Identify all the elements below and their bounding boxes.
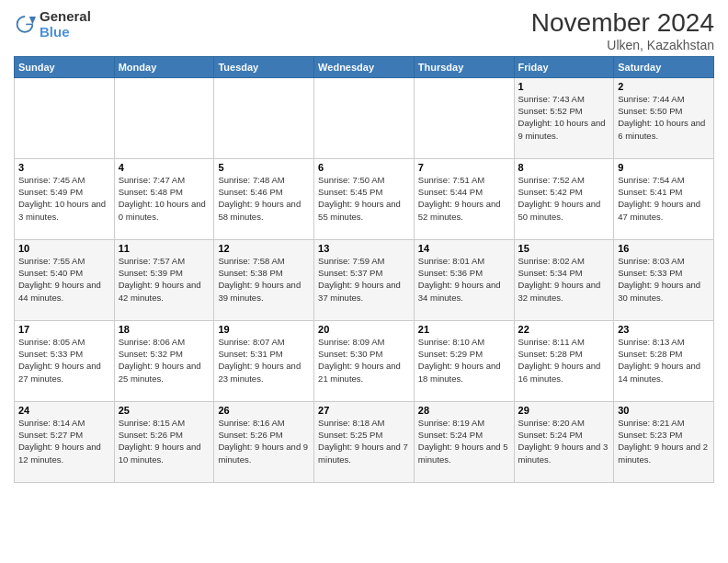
day-info: Sunrise: 7:52 AMSunset: 5:42 PMDaylight:… xyxy=(518,175,601,222)
day-info: Sunrise: 8:09 AMSunset: 5:30 PMDaylight:… xyxy=(318,337,401,384)
day-number: 9 xyxy=(618,162,710,173)
logo: General Blue xyxy=(14,9,91,40)
day-number: 12 xyxy=(218,243,310,254)
day-number: 17 xyxy=(18,324,110,335)
day-info: Sunrise: 8:05 AMSunset: 5:33 PMDaylight:… xyxy=(18,337,101,384)
calendar-cell: 16 Sunrise: 8:03 AMSunset: 5:33 PMDaylig… xyxy=(614,239,714,320)
calendar-cell: 21 Sunrise: 8:10 AMSunset: 5:29 PMDaylig… xyxy=(414,320,514,401)
calendar-cell: 10 Sunrise: 7:55 AMSunset: 5:40 PMDaylig… xyxy=(15,239,115,320)
page-container: General Blue November 2024 Ulken, Kazakh… xyxy=(0,0,728,488)
calendar-cell: 12 Sunrise: 7:58 AMSunset: 5:38 PMDaylig… xyxy=(214,239,314,320)
day-info: Sunrise: 7:43 AMSunset: 5:52 PMDaylight:… xyxy=(518,94,606,141)
logo-blue: Blue xyxy=(40,25,91,40)
col-thursday: Thursday xyxy=(414,56,514,77)
day-info: Sunrise: 8:06 AMSunset: 5:32 PMDaylight:… xyxy=(119,337,201,384)
day-number: 5 xyxy=(218,162,310,173)
calendar-cell xyxy=(114,77,214,158)
day-number: 16 xyxy=(618,243,710,254)
calendar-cell: 29 Sunrise: 8:20 AMSunset: 5:24 PMDaylig… xyxy=(514,401,614,482)
calendar-cell xyxy=(414,77,514,158)
day-number: 25 xyxy=(119,405,210,416)
day-info: Sunrise: 7:45 AMSunset: 5:49 PMDaylight:… xyxy=(18,175,106,222)
day-number: 20 xyxy=(318,324,410,335)
calendar-week-5: 24 Sunrise: 8:14 AMSunset: 5:27 PMDaylig… xyxy=(15,401,714,482)
day-info: Sunrise: 8:02 AMSunset: 5:34 PMDaylight:… xyxy=(518,256,601,303)
calendar-cell: 9 Sunrise: 7:54 AMSunset: 5:41 PMDayligh… xyxy=(614,158,714,239)
col-saturday: Saturday xyxy=(614,56,714,77)
day-info: Sunrise: 8:19 AMSunset: 5:24 PMDaylight:… xyxy=(418,418,508,465)
calendar-cell: 11 Sunrise: 7:57 AMSunset: 5:39 PMDaylig… xyxy=(114,239,214,320)
calendar-cell: 4 Sunrise: 7:47 AMSunset: 5:48 PMDayligh… xyxy=(114,158,214,239)
day-info: Sunrise: 8:11 AMSunset: 5:28 PMDaylight:… xyxy=(518,337,601,384)
day-info: Sunrise: 8:10 AMSunset: 5:29 PMDaylight:… xyxy=(418,337,501,384)
day-info: Sunrise: 7:55 AMSunset: 5:40 PMDaylight:… xyxy=(18,256,101,303)
day-info: Sunrise: 7:57 AMSunset: 5:39 PMDaylight:… xyxy=(119,256,201,303)
calendar-cell: 18 Sunrise: 8:06 AMSunset: 5:32 PMDaylig… xyxy=(114,320,214,401)
calendar-week-2: 3 Sunrise: 7:45 AMSunset: 5:49 PMDayligh… xyxy=(15,158,714,239)
day-info: Sunrise: 8:13 AMSunset: 5:28 PMDaylight:… xyxy=(618,337,700,384)
day-info: Sunrise: 8:03 AMSunset: 5:33 PMDaylight:… xyxy=(618,256,700,303)
calendar-cell: 24 Sunrise: 8:14 AMSunset: 5:27 PMDaylig… xyxy=(15,401,115,482)
calendar-cell: 19 Sunrise: 8:07 AMSunset: 5:31 PMDaylig… xyxy=(214,320,314,401)
calendar-cell: 30 Sunrise: 8:21 AMSunset: 5:23 PMDaylig… xyxy=(614,401,714,482)
day-info: Sunrise: 7:59 AMSunset: 5:37 PMDaylight:… xyxy=(318,256,401,303)
day-info: Sunrise: 7:58 AMSunset: 5:38 PMDaylight:… xyxy=(218,256,301,303)
calendar-cell: 2 Sunrise: 7:44 AMSunset: 5:50 PMDayligh… xyxy=(614,77,714,158)
day-info: Sunrise: 8:01 AMSunset: 5:36 PMDaylight:… xyxy=(418,256,501,303)
calendar-cell: 8 Sunrise: 7:52 AMSunset: 5:42 PMDayligh… xyxy=(514,158,614,239)
col-wednesday: Wednesday xyxy=(314,56,415,77)
col-tuesday: Tuesday xyxy=(214,56,314,77)
calendar-cell: 1 Sunrise: 7:43 AMSunset: 5:52 PMDayligh… xyxy=(514,77,614,158)
calendar-cell xyxy=(314,77,415,158)
col-monday: Monday xyxy=(114,56,214,77)
day-number: 4 xyxy=(119,162,210,173)
day-number: 3 xyxy=(18,162,110,173)
day-info: Sunrise: 7:48 AMSunset: 5:46 PMDaylight:… xyxy=(218,175,301,222)
calendar-week-4: 17 Sunrise: 8:05 AMSunset: 5:33 PMDaylig… xyxy=(15,320,714,401)
calendar-cell: 28 Sunrise: 8:19 AMSunset: 5:24 PMDaylig… xyxy=(414,401,514,482)
calendar-cell: 27 Sunrise: 8:18 AMSunset: 5:25 PMDaylig… xyxy=(314,401,415,482)
logo-general: General xyxy=(40,9,91,25)
calendar-cell: 14 Sunrise: 8:01 AMSunset: 5:36 PMDaylig… xyxy=(414,239,514,320)
day-info: Sunrise: 8:15 AMSunset: 5:26 PMDaylight:… xyxy=(119,418,201,465)
col-friday: Friday xyxy=(514,56,614,77)
calendar-week-3: 10 Sunrise: 7:55 AMSunset: 5:40 PMDaylig… xyxy=(15,239,714,320)
main-title: November 2024 xyxy=(531,9,714,38)
day-info: Sunrise: 7:47 AMSunset: 5:48 PMDaylight:… xyxy=(119,175,206,222)
day-info: Sunrise: 8:18 AMSunset: 5:25 PMDaylight:… xyxy=(318,418,408,465)
calendar-cell: 3 Sunrise: 7:45 AMSunset: 5:49 PMDayligh… xyxy=(15,158,115,239)
day-number: 24 xyxy=(18,405,110,416)
title-block: November 2024 Ulken, Kazakhstan xyxy=(531,9,714,52)
day-number: 10 xyxy=(18,243,110,254)
day-number: 2 xyxy=(618,81,710,92)
day-info: Sunrise: 8:20 AMSunset: 5:24 PMDaylight:… xyxy=(518,418,609,465)
day-number: 28 xyxy=(418,405,510,416)
day-number: 21 xyxy=(418,324,510,335)
col-sunday: Sunday xyxy=(15,56,115,77)
day-number: 6 xyxy=(318,162,410,173)
day-info: Sunrise: 7:51 AMSunset: 5:44 PMDaylight:… xyxy=(418,175,501,222)
day-number: 23 xyxy=(618,324,710,335)
calendar-cell: 17 Sunrise: 8:05 AMSunset: 5:33 PMDaylig… xyxy=(15,320,115,401)
calendar-week-1: 1 Sunrise: 7:43 AMSunset: 5:52 PMDayligh… xyxy=(15,77,714,158)
day-info: Sunrise: 8:07 AMSunset: 5:31 PMDaylight:… xyxy=(218,337,301,384)
day-info: Sunrise: 8:21 AMSunset: 5:23 PMDaylight:… xyxy=(618,418,708,465)
day-info: Sunrise: 8:14 AMSunset: 5:27 PMDaylight:… xyxy=(18,418,101,465)
day-number: 18 xyxy=(119,324,210,335)
calendar-cell: 13 Sunrise: 7:59 AMSunset: 5:37 PMDaylig… xyxy=(314,239,415,320)
logo-icon xyxy=(14,14,36,36)
day-number: 7 xyxy=(418,162,510,173)
logo-text: General Blue xyxy=(40,9,91,40)
calendar-cell: 22 Sunrise: 8:11 AMSunset: 5:28 PMDaylig… xyxy=(514,320,614,401)
calendar-cell: 20 Sunrise: 8:09 AMSunset: 5:30 PMDaylig… xyxy=(314,320,415,401)
header-row: Sunday Monday Tuesday Wednesday Thursday… xyxy=(15,56,714,77)
day-number: 30 xyxy=(618,405,710,416)
day-info: Sunrise: 7:54 AMSunset: 5:41 PMDaylight:… xyxy=(618,175,700,222)
calendar-cell: 23 Sunrise: 8:13 AMSunset: 5:28 PMDaylig… xyxy=(614,320,714,401)
calendar-cell: 26 Sunrise: 8:16 AMSunset: 5:26 PMDaylig… xyxy=(214,401,314,482)
day-info: Sunrise: 8:16 AMSunset: 5:26 PMDaylight:… xyxy=(218,418,308,465)
calendar-cell xyxy=(15,77,115,158)
calendar-cell: 15 Sunrise: 8:02 AMSunset: 5:34 PMDaylig… xyxy=(514,239,614,320)
calendar-cell: 5 Sunrise: 7:48 AMSunset: 5:46 PMDayligh… xyxy=(214,158,314,239)
day-number: 8 xyxy=(518,162,610,173)
